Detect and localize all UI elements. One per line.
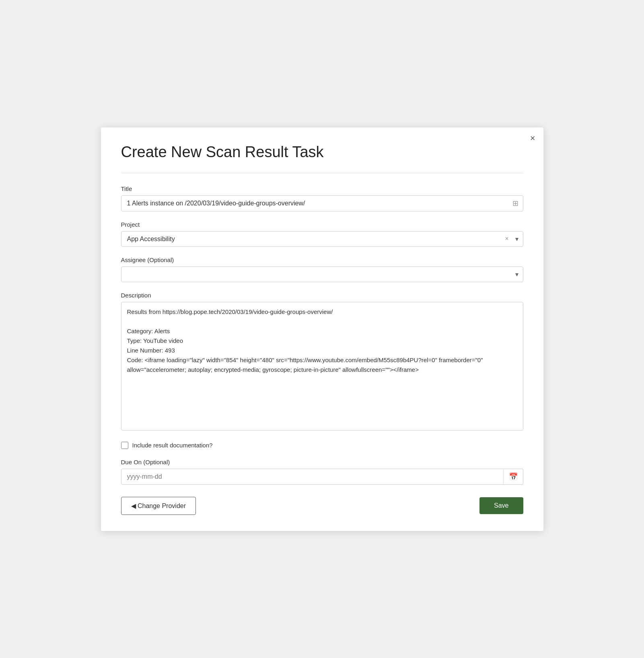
- include-docs-checkbox[interactable]: [121, 442, 128, 449]
- assignee-select-wrapper: ▾: [121, 266, 523, 282]
- save-button[interactable]: Save: [479, 497, 523, 514]
- due-on-input[interactable]: [121, 469, 523, 485]
- include-docs-row: Include result documentation?: [121, 442, 523, 449]
- create-task-modal: × Create New Scan Result Task Title ⊞ Pr…: [101, 127, 543, 531]
- include-docs-label[interactable]: Include result documentation?: [132, 442, 213, 449]
- modal-title: Create New Scan Result Task: [121, 143, 523, 161]
- description-textarea[interactable]: Results from https://blog.pope.tech/2020…: [121, 302, 523, 430]
- due-on-group: Due On (Optional) 📅: [121, 459, 523, 485]
- project-label: Project: [121, 221, 523, 228]
- due-on-input-wrapper: 📅: [121, 469, 523, 485]
- due-on-label: Due On (Optional): [121, 459, 523, 465]
- project-select-wrapper: App Accessibility × ▾: [121, 231, 523, 247]
- title-group: Title ⊞: [121, 185, 523, 211]
- description-label: Description: [121, 292, 523, 299]
- assignee-select[interactable]: [121, 266, 523, 282]
- close-button[interactable]: ×: [530, 134, 535, 143]
- title-input[interactable]: [121, 195, 523, 211]
- calendar-icon: 📅: [509, 472, 518, 481]
- assignee-group: Assignee (Optional) ▾: [121, 256, 523, 282]
- description-group: Description Results from https://blog.po…: [121, 292, 523, 432]
- project-select[interactable]: App Accessibility: [121, 231, 523, 247]
- template-icon: ⊞: [512, 199, 518, 208]
- project-group: Project App Accessibility × ▾: [121, 221, 523, 247]
- form-actions: ◀ Change Provider Save: [121, 497, 523, 515]
- title-input-wrapper: ⊞: [121, 195, 523, 211]
- assignee-label: Assignee (Optional): [121, 256, 523, 263]
- title-label: Title: [121, 185, 523, 192]
- change-provider-button[interactable]: ◀ Change Provider: [121, 497, 196, 515]
- calendar-button[interactable]: 📅: [503, 469, 523, 485]
- divider: [121, 173, 523, 173]
- project-clear-button[interactable]: ×: [505, 235, 508, 242]
- description-textarea-wrapper: Results from https://blog.pope.tech/2020…: [121, 302, 523, 432]
